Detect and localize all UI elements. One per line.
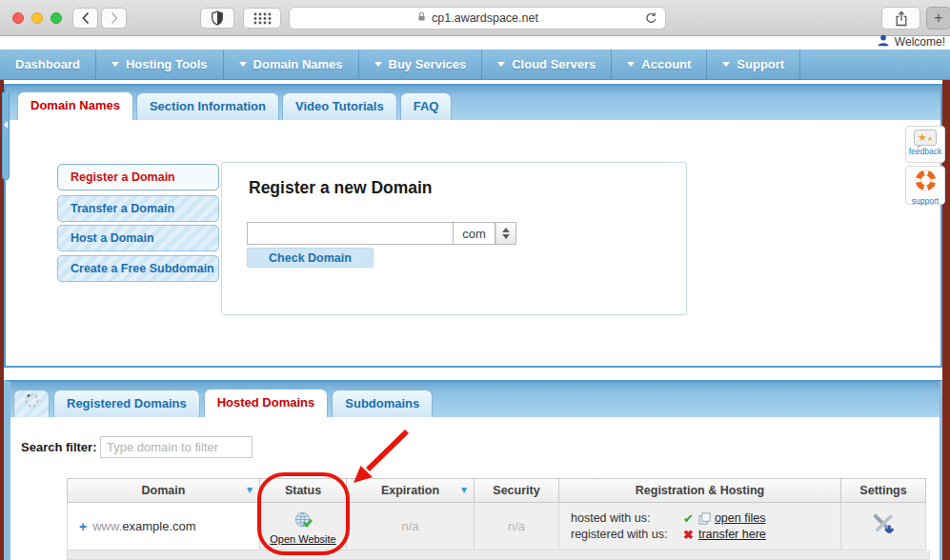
feedback-star-icon: ★★	[914, 130, 937, 146]
sidebar-item-create-free-subdomain[interactable]: Create a Free Subdomain	[57, 255, 219, 282]
window-controls	[12, 12, 62, 24]
transfer-here-link[interactable]: transfer here	[698, 528, 766, 541]
stepper-up-icon	[502, 228, 510, 232]
column-header-domain[interactable]: Domain ▾	[67, 478, 260, 503]
loading-tab[interactable]	[13, 390, 50, 417]
cross-icon: ✖	[683, 528, 694, 542]
plus-icon: +	[934, 10, 942, 27]
tld-select[interactable]: com	[454, 222, 495, 245]
registration-hosting-cell: hosted with us: ✔ open files registered …	[558, 503, 841, 550]
sidebar-item-register-domain[interactable]: Register a Domain	[57, 164, 219, 190]
sidebar-item-transfer-domain[interactable]: Transfer a Domain	[57, 195, 219, 222]
browser-back-button[interactable]	[72, 8, 98, 29]
window-minimize-button[interactable]	[31, 12, 43, 24]
spinner-icon	[24, 391, 40, 417]
lower-tabstrip: Registered Domains Hosted Domains Subdom…	[10, 382, 940, 417]
nav-cloud-servers[interactable]: Cloud Servers	[482, 50, 612, 79]
table-header-row: Domain ▾ Status Expiration ▾ Security Re…	[67, 478, 930, 503]
tab-subdomains[interactable]: Subdomains	[332, 390, 433, 417]
nav-hosting-tools[interactable]: Hosting Tools	[96, 50, 224, 79]
dropdown-arrow-icon	[239, 62, 247, 67]
support-button[interactable]: support	[905, 166, 945, 205]
check-domain-button[interactable]: Check Domain	[247, 248, 374, 268]
status-cell: Open Website	[259, 503, 347, 550]
sort-arrow-icon[interactable]: ▾	[247, 483, 253, 496]
next-row-partial	[67, 550, 930, 560]
register-domain-form: Register a new Domain com Check Domain	[221, 162, 687, 315]
feedback-button[interactable]: ★★ feedback	[905, 126, 945, 163]
tab-section-information[interactable]: Section Information	[136, 92, 279, 120]
grid-icon	[253, 12, 272, 25]
dropdown-arrow-icon	[374, 62, 382, 67]
tab-faq[interactable]: FAQ	[400, 92, 453, 120]
nav-account[interactable]: Account	[612, 50, 707, 79]
sidebar-item-host-domain[interactable]: Host a Domain	[57, 225, 219, 251]
security-cell: n/a	[474, 503, 559, 550]
welcome-text: Welcome!	[895, 35, 945, 49]
collapse-arrow-icon	[4, 121, 8, 129]
tab-video-tutorials[interactable]: Video Tutorials	[282, 92, 397, 120]
address-bar[interactable]: cp1.awardspace.net	[289, 7, 666, 30]
domains-list-panel: Registered Domains Hosted Domains Subdom…	[4, 380, 942, 560]
lifebuoy-icon	[915, 170, 937, 195]
column-header-settings[interactable]: Settings	[840, 478, 926, 503]
domain-name-input[interactable]	[247, 222, 454, 245]
tab-hosted-domains[interactable]: Hosted Domains	[204, 389, 329, 417]
nav-domain-names[interactable]: Domain Names	[224, 50, 359, 79]
tld-stepper[interactable]	[495, 222, 516, 245]
sidebar-collapse-handle[interactable]	[2, 92, 10, 180]
upper-tabstrip: Domain Names Section Information Video T…	[6, 86, 940, 120]
domain-cell: + www.example.com	[67, 503, 260, 550]
nav-support[interactable]: Support	[707, 50, 800, 79]
stepper-down-icon	[502, 234, 510, 239]
dropdown-arrow-icon	[722, 62, 730, 67]
column-header-expiration[interactable]: Expiration ▾	[346, 478, 475, 503]
column-header-status[interactable]: Status	[259, 478, 347, 503]
form-title: Register a new Domain	[249, 178, 433, 198]
dropdown-arrow-icon	[497, 62, 505, 67]
screenshot-root: cp1.awardspace.net + Welcome! Dashboard	[0, 0, 950, 560]
favorites-grid-button[interactable]	[243, 8, 281, 29]
browser-forward-button[interactable]	[101, 8, 127, 29]
share-icon	[895, 10, 908, 27]
welcome-strip: Welcome!	[0, 36, 950, 50]
column-header-registration-hosting[interactable]: Registration & Hosting	[558, 478, 841, 503]
open-files-link[interactable]: open files	[715, 511, 766, 525]
window-zoom-button[interactable]	[51, 12, 62, 24]
check-icon: ✔	[683, 511, 694, 526]
tab-registered-domains[interactable]: Registered Domains	[53, 390, 200, 417]
new-tab-button[interactable]: +	[926, 7, 950, 30]
lock-icon	[416, 10, 427, 27]
shield-icon	[211, 10, 224, 26]
settings-cell	[840, 503, 926, 550]
main-navbar: Dashboard Hosting Tools Domain Names Buy…	[0, 50, 950, 80]
privacy-shield-button[interactable]	[200, 8, 234, 29]
window-close-button[interactable]	[12, 12, 24, 24]
tools-settings-icon[interactable]	[871, 512, 897, 541]
chevron-left-icon	[81, 11, 91, 25]
table-row: + www.example.com Open Website	[67, 503, 930, 550]
url-text: cp1.awardspace.net	[432, 11, 538, 25]
reload-icon[interactable]	[644, 11, 658, 30]
open-website-link[interactable]: Open Website	[270, 533, 336, 545]
search-filter-input[interactable]	[100, 436, 253, 458]
dropdown-arrow-icon	[627, 62, 635, 67]
user-avatar-icon	[877, 34, 890, 50]
chevron-right-icon	[110, 11, 119, 25]
column-header-security[interactable]: Security	[474, 478, 559, 503]
expiration-cell: n/a	[346, 503, 475, 550]
browser-toolbar: cp1.awardspace.net +	[0, 0, 950, 36]
expand-row-button[interactable]: +	[79, 519, 87, 534]
tab-domain-names[interactable]: Domain Names	[17, 91, 133, 120]
hosted-domains-table: Domain ▾ Status Expiration ▾ Security Re…	[67, 478, 930, 560]
domain-names-panel: Domain Names Section Information Video T…	[4, 84, 942, 368]
nav-buy-services[interactable]: Buy Services	[359, 50, 483, 79]
search-filter-label: Search filter:	[21, 440, 96, 454]
nav-dashboard[interactable]: Dashboard	[0, 50, 96, 79]
sort-arrow-icon[interactable]: ▾	[461, 483, 467, 496]
globe-check-icon	[294, 511, 313, 532]
share-button[interactable]	[881, 7, 920, 30]
dropdown-arrow-icon	[111, 62, 119, 67]
files-icon	[698, 512, 711, 525]
